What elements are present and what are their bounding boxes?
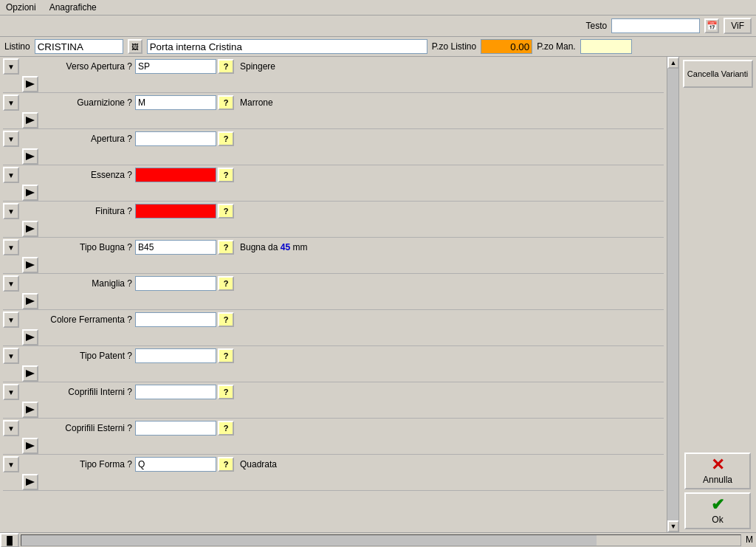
x-icon: ✕ xyxy=(711,457,724,473)
field-label: Coprifili Esterni ? xyxy=(21,423,135,433)
field-label: Essenza ? xyxy=(21,170,135,180)
arrow-button[interactable] xyxy=(22,438,38,454)
right-panel: Cancella Varianti ✕ Annulla ✔ Ok xyxy=(678,57,756,532)
question-button[interactable]: ? xyxy=(218,421,234,436)
svg-marker-0 xyxy=(26,80,35,88)
scroll-list: ▼Verso Apertura ??Spingere▼Guarnizione ?… xyxy=(0,57,667,532)
question-button[interactable]: ? xyxy=(218,457,234,472)
field-label: Guarnizione ? xyxy=(21,97,135,108)
arrow-button[interactable] xyxy=(22,474,38,490)
dropdown-button[interactable]: ▼ xyxy=(3,384,19,400)
scroll-thumb[interactable] xyxy=(667,69,678,520)
field-input[interactable] xyxy=(135,95,216,110)
dropdown-button[interactable]: ▼ xyxy=(3,94,19,111)
arrow-button[interactable] xyxy=(22,257,38,273)
dropdown-button[interactable]: ▼ xyxy=(3,275,19,292)
svg-marker-2 xyxy=(26,153,35,160)
question-button[interactable]: ? xyxy=(218,204,234,219)
vertical-scrollbar[interactable]: ▲ ▼ xyxy=(667,57,678,532)
field-input[interactable] xyxy=(135,59,216,74)
scroll-up-button[interactable]: ▲ xyxy=(667,57,679,69)
table-row: ▼Coprifili Interni ?? xyxy=(0,382,667,402)
sub-row xyxy=(0,365,667,382)
field-description: Quadrata xyxy=(234,459,664,469)
field-description: Bugna da 45 mm xyxy=(234,242,664,252)
question-button[interactable]: ? xyxy=(218,59,234,74)
dropdown-button[interactable]: ▼ xyxy=(3,203,19,219)
field-label: Tipo Bugna ? xyxy=(21,242,135,252)
dropdown-button[interactable]: ▼ xyxy=(3,420,19,436)
vif-button[interactable]: ViF xyxy=(724,18,752,34)
sub-row xyxy=(0,221,667,237)
listino-input[interactable] xyxy=(35,39,123,54)
sub-row xyxy=(0,329,667,345)
field-input[interactable] xyxy=(135,385,216,399)
arrow-button[interactable] xyxy=(22,148,38,165)
field-input[interactable] xyxy=(135,131,216,146)
dropdown-button[interactable]: ▼ xyxy=(3,131,19,147)
pzo-man-label: P.zo Man. xyxy=(537,41,575,52)
cancella-varianti-button[interactable]: Cancella Varianti xyxy=(683,60,753,88)
dropdown-button[interactable]: ▼ xyxy=(3,58,19,75)
dropdown-button[interactable]: ▼ xyxy=(3,312,19,328)
field-input[interactable] xyxy=(135,312,216,327)
arrow-button[interactable] xyxy=(22,221,38,237)
arrow-button[interactable] xyxy=(22,365,38,382)
field-input[interactable] xyxy=(135,421,216,436)
question-button[interactable]: ? xyxy=(218,348,234,363)
arrow-button[interactable] xyxy=(22,293,38,309)
field-description: Spingere xyxy=(234,61,664,72)
scroll-down-button[interactable]: ▼ xyxy=(667,520,679,532)
menu-opzioni[interactable]: Opzioni xyxy=(3,1,39,13)
arrow-button[interactable] xyxy=(22,329,38,345)
question-button[interactable]: ? xyxy=(218,168,234,182)
question-button[interactable]: ? xyxy=(218,95,234,110)
horizontal-scroll-thumb[interactable] xyxy=(21,535,597,546)
field-input[interactable] xyxy=(135,276,216,291)
annulla-button[interactable]: ✕ Annulla xyxy=(684,453,751,489)
field-label: Finitura ? xyxy=(21,206,135,216)
question-button[interactable]: ? xyxy=(218,131,234,146)
dropdown-button[interactable]: ▼ xyxy=(3,239,19,255)
sub-row xyxy=(0,438,667,454)
descrizione-input[interactable] xyxy=(147,39,427,54)
listino-label: Listino xyxy=(4,41,30,52)
table-row: ▼Verso Apertura ??Spingere xyxy=(0,57,667,76)
dropdown-button[interactable]: ▼ xyxy=(3,348,19,364)
sub-row xyxy=(0,148,667,165)
arrow-button[interactable] xyxy=(22,402,38,418)
menu-anagrafiche[interactable]: Anagrafiche xyxy=(47,1,100,13)
arrow-button[interactable] xyxy=(22,76,38,92)
table-row: ▼Finitura ?? xyxy=(0,202,667,221)
calendar-icon[interactable]: 📅 xyxy=(704,18,719,33)
svg-marker-8 xyxy=(26,370,35,377)
question-button[interactable]: ? xyxy=(218,312,234,327)
pzo-listino-input[interactable] xyxy=(481,39,532,54)
field-input[interactable] xyxy=(135,204,216,219)
field-input[interactable] xyxy=(135,168,216,182)
field-input[interactable] xyxy=(135,240,216,255)
pzo-man-input[interactable] xyxy=(580,39,632,54)
piano-button[interactable]: ▐▌ xyxy=(0,533,19,547)
listino-icon-button[interactable]: 🖼 xyxy=(128,39,142,54)
dropdown-button[interactable]: ▼ xyxy=(3,167,19,183)
arrow-button[interactable] xyxy=(22,185,38,201)
ok-button[interactable]: ✔ Ok xyxy=(684,492,751,529)
question-button[interactable]: ? xyxy=(218,240,234,255)
testo-input[interactable] xyxy=(611,18,700,33)
pzo-listino-label: P.zo Listino xyxy=(432,41,477,52)
sub-row xyxy=(0,293,667,309)
svg-marker-9 xyxy=(26,406,35,413)
dropdown-button[interactable]: ▼ xyxy=(3,456,19,472)
svg-marker-6 xyxy=(26,297,35,305)
field-input[interactable] xyxy=(135,348,216,363)
question-button[interactable]: ? xyxy=(218,276,234,291)
ok-label: Ok xyxy=(712,515,723,525)
arrow-button[interactable] xyxy=(22,112,38,128)
sub-row xyxy=(0,474,667,490)
m-label: M xyxy=(743,533,756,547)
question-button[interactable]: ? xyxy=(218,385,234,399)
horizontal-scrollbar-track[interactable] xyxy=(21,534,741,546)
field-input[interactable] xyxy=(135,457,216,472)
svg-marker-5 xyxy=(26,261,35,269)
